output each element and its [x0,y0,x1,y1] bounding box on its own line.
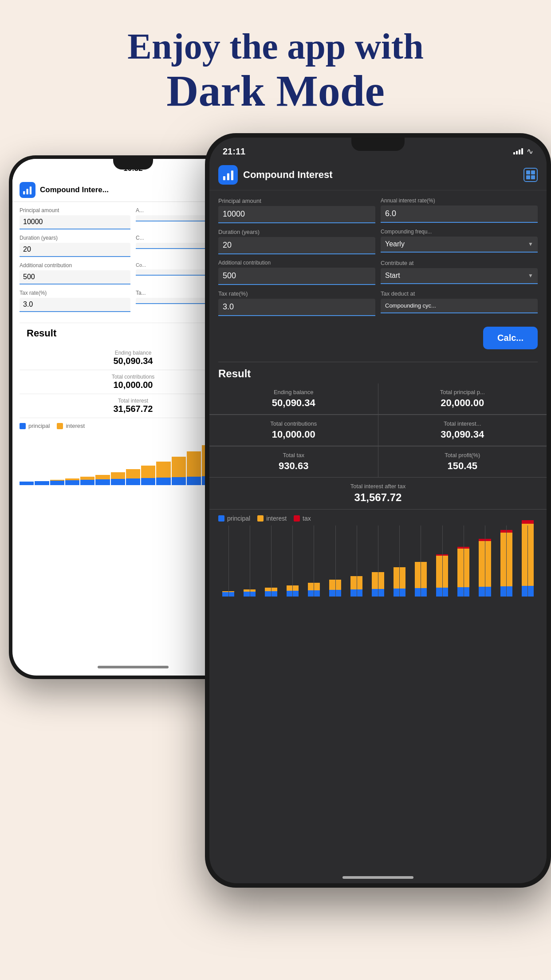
chart-legend-front: principal interest tax [209,510,547,526]
compounding-select-front[interactable]: Yearly ▼ [381,237,538,253]
contribute-at-label-front: Contribute at [381,260,538,266]
total-interest-cell: Total interest... 30,090.34 [378,415,547,446]
ending-balance-cell: Ending balance 50,090.34 [209,383,378,415]
result-grid-front: Ending balance 50,090.34 Total principal… [209,383,547,478]
tax-legend-item: tax [294,515,311,522]
app-icon-back [20,182,35,198]
signal-bar-2 [516,151,518,154]
app-icon-front [218,165,238,185]
contributions-cell: Total contributions 10,000.00 [209,415,378,446]
duration-label-back: Duration (years) [20,235,130,241]
phones-container: 10:32 Compound Intere... [0,133,551,976]
tax-input-back[interactable]: 3.0 [20,298,130,312]
contrib-label-back: Total contributions [112,374,155,380]
tax-label-back: Tax rate(%) [20,290,130,296]
svg-rect-3 [223,176,225,180]
tax-label-front: Tax rate(%) [218,290,375,297]
svg-rect-5 [231,170,233,180]
result-section-front: Result [209,362,547,383]
principal-legend-back: principal [28,423,50,429]
contribution-label-front: Additional contribution [218,260,375,266]
total-tax-cell: Total tax 930.63 [209,447,378,478]
principal-legend-front: principal [227,515,250,522]
form-front: Principal amount 10000 Annual interest r… [209,190,547,362]
calc-button[interactable]: Calc... [483,327,538,349]
total-tax-label-front: Total tax [283,452,304,458]
tax-deduct-label-front: Tax deduct at [381,290,538,297]
contributions-value-front: 10,000.00 [272,429,315,440]
status-icons-front: ∿ [513,146,533,156]
interest-legend-back: interest [66,423,85,429]
principal-label-back: Principal amount [20,207,130,213]
signal-bars-front [513,148,523,154]
contribution-input-front[interactable]: 500 [218,268,375,285]
ending-label-front: Ending balance [274,389,314,395]
total-interest-label-front: Total interest... [444,420,481,427]
tax-input-front[interactable]: 3.0 [218,299,375,316]
total-profit-label-front: Total profit(%) [445,452,480,458]
contributions-label-front: Total contributions [270,420,317,427]
bar-chart-front [209,526,547,605]
principal-input-back[interactable]: 10000 [20,215,130,229]
header-line2: Dark Mode [0,67,551,115]
grid-cell-1 [526,170,530,174]
svg-rect-1 [27,189,28,194]
svg-rect-0 [24,191,25,194]
contrib-value-back: 10,000.00 [114,380,153,390]
grid-cell-4 [531,175,535,179]
tax-legend-dot-front [294,515,300,522]
tax-legend-front: tax [303,515,311,522]
notch-front [351,138,405,151]
grid-cell-2 [531,170,535,174]
total-profit-value-front: 150.45 [448,460,477,472]
contribution-label-back: Additional contribution [20,262,130,269]
grid-icon-front[interactable] [523,168,538,182]
ending-label-back: Ending balance [115,350,152,356]
interest-value-back: 31,567.72 [114,404,153,414]
result-header-front: Result [218,368,538,380]
status-time-front: 21:11 [223,146,245,157]
phone-front-inner: 21:11 ∿ [209,138,547,883]
header-section: Enjoy the app with Dark Mode [0,0,551,133]
interest-legend-item: interest [257,515,287,522]
interest-legend-dot-back [57,423,63,429]
total-interest-value-front: 30,090.34 [441,429,484,440]
app-header-front: Compound Interest [209,160,547,190]
grid-cell-3 [526,175,530,179]
tax-deduct-select-front[interactable]: Compounding cyc... [381,299,538,313]
total-principal-label-front: Total principal p... [440,389,485,395]
notch-back [113,159,153,170]
principal-legend-item: principal [218,515,250,522]
duration-input-back[interactable]: 20 [20,243,130,257]
header-line1: Enjoy the app with [0,27,551,67]
interest-legend-front: interest [266,515,287,522]
signal-bar-1 [513,152,515,154]
interest-legend-dot-front [257,515,264,522]
annual-label-front: Annual interest rate(%) [381,198,538,204]
principal-input-front[interactable]: 10000 [218,206,375,223]
principal-legend-dot-back [20,423,26,429]
total-tax-value-front: 930.63 [279,460,308,472]
total-profit-cell: Total profit(%) 150.45 [378,447,547,478]
total-principal-cell: Total principal p... 20,000.00 [378,383,547,415]
ending-value-front: 50,090.34 [272,397,315,409]
app-title-front: Compound Interest [243,169,518,181]
after-tax-cell: Total interest after tax 31,567.72 [209,478,547,510]
wifi-icon-front: ∿ [527,146,533,156]
annual-input-front[interactable]: 6.0 [381,205,538,223]
duration-input-front[interactable]: 20 [218,237,375,254]
interest-label-back: Total interest [118,398,148,404]
duration-label-front: Duration (years) [218,229,375,235]
compounding-label-front: Compounding frequ... [381,229,538,235]
contribution-input-back[interactable]: 500 [20,270,130,285]
home-indicator-front [342,876,413,879]
signal-bar-3 [519,150,520,154]
ending-value-back: 50,090.34 [114,356,153,366]
principal-legend-dot-front [218,515,224,522]
phone-front: 21:11 ∿ [205,133,551,888]
contribute-at-select-front[interactable]: Start ▼ [381,268,538,284]
principal-label-front: Principal amount [218,198,375,204]
svg-rect-4 [227,173,229,180]
signal-bar-4 [521,148,523,154]
svg-rect-2 [30,186,31,194]
